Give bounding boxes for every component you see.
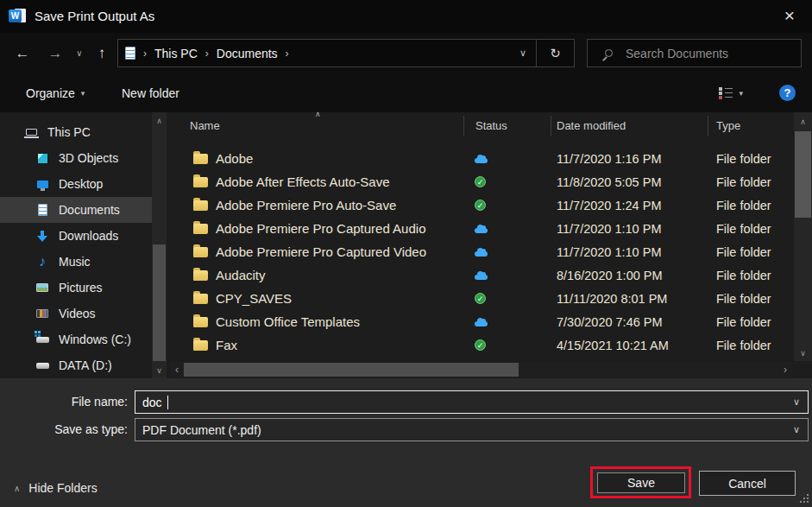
- status-cloud-icon: [475, 275, 488, 280]
- status-synced-icon: [475, 293, 486, 304]
- videos-icon: [35, 307, 50, 320]
- scroll-left-icon[interactable]: ‹: [170, 362, 184, 377]
- folder-icon: [193, 177, 208, 187]
- music-icon: ♪: [35, 255, 50, 269]
- search-icon: [605, 49, 613, 57]
- file-name-label: File name:: [0, 390, 128, 414]
- list-header: ∧ Name Status Date modified Type: [168, 112, 794, 138]
- folder-icon: [193, 340, 208, 351]
- sidebar-item-downloads[interactable]: Downloads: [0, 223, 152, 249]
- scroll-right-icon[interactable]: ›: [778, 362, 792, 377]
- document-location-icon: [125, 47, 135, 60]
- documents-icon: [35, 203, 50, 217]
- status-cloud-icon: [475, 228, 488, 233]
- breadcrumb-separator[interactable]: ›: [205, 48, 209, 60]
- caret-down-icon: ▾: [81, 89, 85, 98]
- address-bar[interactable]: › This PC › Documents › ∨ ↻: [117, 39, 575, 67]
- folder-icon: [193, 294, 208, 304]
- close-icon[interactable]: ×: [776, 0, 803, 33]
- file-name-input[interactable]: [135, 391, 808, 413]
- sidebar-item-desktop[interactable]: Desktop: [0, 171, 152, 197]
- file-row-adobe-premiere-pro-captured-audio[interactable]: Adobe Premiere Pro Captured Audio 11/7/2…: [168, 217, 794, 240]
- save-as-type-label: Save as type:: [0, 418, 128, 441]
- new-folder-button[interactable]: New folder: [122, 73, 179, 112]
- sidebar-item-3d-objects[interactable]: 3D Objects: [0, 145, 152, 171]
- forward-icon[interactable]: →: [42, 33, 68, 73]
- save-dialog-window: W Save Print Output As × ← → ∨ ↑ › This …: [0, 0, 812, 507]
- sidebar-item-documents[interactable]: Documents: [0, 197, 152, 223]
- sidebar-item-this-pc[interactable]: This PC: [0, 119, 152, 145]
- chevron-down-icon[interactable]: ∨: [793, 396, 800, 408]
- 3d-objects-icon: [35, 151, 50, 165]
- column-header-date-modified[interactable]: Date modified: [551, 119, 708, 132]
- breadcrumb-documents[interactable]: Documents: [217, 47, 278, 60]
- help-icon[interactable]: ?: [779, 85, 796, 101]
- horizontal-scrollbar-thumb[interactable]: [184, 363, 519, 377]
- file-row-audacity[interactable]: Audacity 8/16/2020 1:00 PM File folder: [168, 263, 794, 287]
- folder-icon: [193, 224, 208, 234]
- status-cloud-icon: [475, 321, 488, 326]
- file-rows: Adobe 11/7/2020 1:16 PM File folder Adob…: [168, 147, 794, 357]
- sidebar-item-windows-c[interactable]: Windows (C:): [0, 326, 152, 352]
- pictures-icon: [35, 281, 50, 295]
- status-cloud-icon: [475, 251, 488, 257]
- column-divider[interactable]: [463, 116, 464, 136]
- cancel-button[interactable]: Cancel: [699, 471, 796, 496]
- desktop-icon: [35, 177, 50, 191]
- list-view-icon: [719, 87, 733, 99]
- caret-down-icon: ▾: [739, 89, 743, 98]
- windows-drive-icon: [35, 333, 50, 346]
- search-input[interactable]: Search Documents: [587, 39, 802, 67]
- sidebar-scrollbar-thumb[interactable]: [153, 244, 166, 361]
- downloads-icon: [35, 229, 50, 243]
- status-synced-icon: [475, 339, 486, 351]
- file-row-cpy-saves[interactable]: CPY_SAVES 11/11/2020 8:01 PM File folder: [168, 287, 794, 310]
- chevron-down-icon[interactable]: ∨: [793, 424, 800, 435]
- file-list: ∧ Name Status Date modified Type Adobe 1…: [168, 112, 794, 378]
- address-dropdown-icon[interactable]: ∨: [510, 48, 536, 59]
- file-row-fax[interactable]: Fax 4/15/2021 10:21 AM File folder: [168, 333, 794, 357]
- scroll-down-icon[interactable]: ∨: [794, 346, 812, 359]
- column-divider[interactable]: [551, 116, 551, 136]
- change-view-button[interactable]: ▾: [719, 73, 743, 112]
- organize-button[interactable]: Organize ▾: [26, 73, 85, 112]
- scroll-up-icon[interactable]: ∧: [152, 114, 167, 127]
- status-cloud-icon: [475, 158, 488, 163]
- resize-grip[interactable]: [799, 494, 809, 504]
- file-row-adobe-premiere-pro-captured-video[interactable]: Adobe Premiere Pro Captured Video 11/7/2…: [168, 240, 794, 263]
- save-as-type-select[interactable]: PDF Document (*.pdf) ∨: [135, 418, 809, 441]
- status-synced-icon: [475, 200, 486, 211]
- bottom-panel: File name: ∨ Save as type: PDF Document …: [0, 378, 812, 507]
- column-header-status[interactable]: Status: [463, 119, 551, 132]
- file-row-adobe-after-effects-auto-save[interactable]: Adobe After Effects Auto-Save 11/8/2020 …: [168, 170, 794, 193]
- recent-locations-icon[interactable]: ∨: [71, 33, 88, 73]
- save-button[interactable]: Save: [597, 472, 685, 493]
- column-header-type[interactable]: Type: [708, 119, 794, 132]
- main-area: This PC 3D Objects Desktop Documents Dow…: [0, 112, 812, 378]
- sidebar-item-music[interactable]: ♪ Music: [0, 249, 152, 275]
- file-row-custom-office-templates[interactable]: Custom Office Templates 7/30/2020 7:46 P…: [168, 310, 794, 333]
- folder-icon: [193, 270, 208, 281]
- column-header-name[interactable]: Name: [168, 119, 463, 132]
- status-synced-icon: [475, 176, 486, 187]
- sidebar-item-data-d[interactable]: DATA (D:): [0, 352, 152, 378]
- up-icon[interactable]: ↑: [91, 33, 113, 73]
- breadcrumb-separator[interactable]: ›: [286, 48, 289, 60]
- scroll-down-icon[interactable]: ∨: [152, 364, 167, 377]
- chevron-up-icon: ∧: [14, 484, 20, 493]
- sidebar-item-videos[interactable]: Videos: [0, 301, 152, 326]
- hide-folders-button[interactable]: ∧ Hide Folders: [14, 478, 98, 497]
- file-row-adobe-premiere-pro-auto-save[interactable]: Adobe Premiere Pro Auto-Save 11/7/2020 1…: [168, 193, 794, 217]
- breadcrumb-this-pc[interactable]: This PC: [154, 47, 198, 60]
- save-as-type-value: PDF Document (*.pdf): [135, 423, 261, 437]
- column-divider[interactable]: [708, 116, 708, 136]
- file-name-field[interactable]: ∨: [135, 390, 809, 414]
- command-toolbar: Organize ▾ New folder ▾ ?: [0, 73, 812, 112]
- window-title: Save Print Output As: [35, 0, 154, 33]
- sidebar-item-pictures[interactable]: Pictures: [0, 275, 152, 301]
- scroll-up-icon[interactable]: ∧: [794, 115, 812, 128]
- back-icon[interactable]: ←: [9, 33, 35, 73]
- file-row-adobe[interactable]: Adobe 11/7/2020 1:16 PM File folder: [168, 147, 794, 170]
- list-scrollbar-thumb[interactable]: [795, 131, 811, 218]
- refresh-icon[interactable]: ↻: [537, 46, 574, 61]
